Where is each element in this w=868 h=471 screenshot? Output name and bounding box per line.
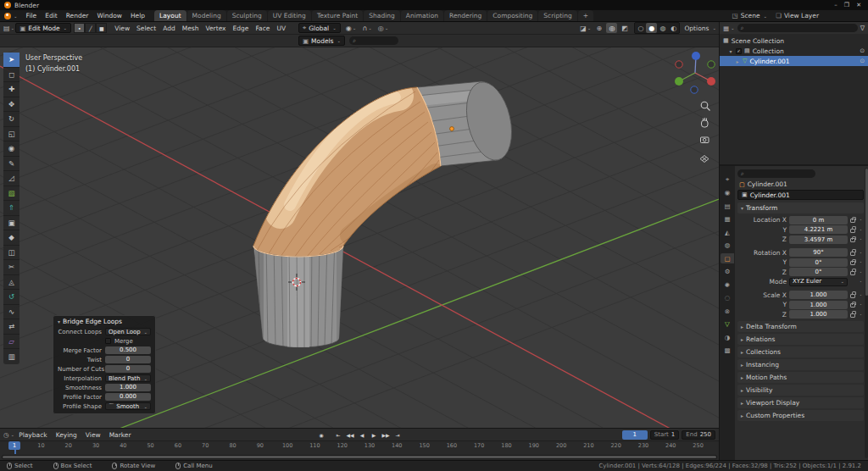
menu-render[interactable]: Render bbox=[62, 12, 93, 19]
tab-texture[interactable]: ▩ bbox=[721, 346, 734, 356]
lock-icon[interactable] bbox=[850, 252, 855, 256]
location-y-field[interactable]: 4.2221 m bbox=[789, 225, 848, 234]
asset-search-input[interactable]: ⌕ bbox=[349, 36, 398, 45]
ws-sculpting[interactable]: Sculpting bbox=[227, 10, 267, 21]
tab-object[interactable]: ▢ bbox=[721, 253, 734, 263]
rotation-y-field[interactable]: 0° bbox=[789, 258, 848, 267]
merge-checkbox[interactable] bbox=[105, 338, 111, 344]
properties-section[interactable]: ▸ Instancing bbox=[737, 359, 864, 370]
vp-menu-view[interactable]: View bbox=[111, 25, 133, 32]
proportional-edit-toggle[interactable]: ◎ ⌄ bbox=[377, 23, 390, 33]
scene-selector[interactable]: ◳ Scene ⌄ bbox=[732, 12, 768, 19]
tool-shear[interactable]: ▱ bbox=[3, 335, 19, 350]
mesh-cylinder-object[interactable] bbox=[253, 78, 519, 349]
tab-modifiers[interactable]: ⚙ bbox=[721, 267, 734, 277]
tab-render[interactable]: ◉ bbox=[721, 188, 734, 198]
connect-loops-dropdown[interactable]: Open Loop⌄ bbox=[105, 328, 151, 335]
tool-measure[interactable]: ◿ bbox=[3, 171, 19, 186]
properties-section[interactable]: ▸ Viewport Display bbox=[737, 397, 864, 408]
ws-modeling[interactable]: Modeling bbox=[187, 10, 226, 21]
prev-keyframe-button[interactable]: ◀◀ bbox=[345, 429, 355, 440]
menu-edit[interactable]: Edit bbox=[41, 12, 62, 19]
expander-icon[interactable]: ▾ bbox=[728, 48, 733, 54]
playhead-badge[interactable]: 1 bbox=[8, 441, 20, 450]
auto-keying-toggle[interactable]: ◉ bbox=[316, 429, 326, 440]
outliner-search-input[interactable]: ⌕ bbox=[737, 24, 858, 32]
animate-dot[interactable]: · bbox=[858, 269, 864, 276]
tool-scale[interactable]: ◱ bbox=[3, 127, 19, 142]
outliner-editor-selector[interactable]: ▦ ⌄ bbox=[723, 25, 735, 32]
smoothness-field[interactable]: 1.000 bbox=[105, 384, 151, 391]
lock-icon[interactable] bbox=[850, 261, 855, 265]
properties-section[interactable]: ▸ Motion Paths bbox=[737, 372, 864, 383]
tool-poly-build[interactable]: ◬ bbox=[3, 275, 19, 291]
tl-menu-playback[interactable]: Playback bbox=[14, 431, 51, 439]
tl-menu-keying[interactable]: Keying bbox=[52, 431, 81, 439]
profile-factor-field[interactable]: 0.000 bbox=[105, 393, 151, 401]
ws-shading[interactable]: Shading bbox=[364, 10, 399, 21]
shading-material-button[interactable]: ◍ bbox=[657, 23, 668, 33]
properties-section[interactable]: ▸ Custom Properties bbox=[737, 410, 864, 421]
profile-shape-dropdown[interactable]: ⌒ Smooth ⌄ bbox=[105, 402, 151, 410]
vp-menu-select[interactable]: Select bbox=[133, 25, 159, 32]
vertex-select-button[interactable]: • bbox=[74, 23, 85, 33]
play-button[interactable]: ▶ bbox=[369, 429, 379, 440]
face-select-button[interactable]: ■ bbox=[96, 23, 107, 33]
tool-inset-faces[interactable]: ▣ bbox=[3, 216, 19, 231]
timeline-editor-selector[interactable]: ◷ ⌄ bbox=[3, 431, 14, 439]
tab-constraints[interactable]: ⊗ bbox=[721, 306, 734, 316]
properties-section[interactable]: ▸ Collections bbox=[737, 346, 864, 357]
timeline-ruler[interactable]: 0102030405060708090100110120130140150160… bbox=[0, 441, 719, 460]
tool-loop-cut[interactable]: ◫ bbox=[3, 246, 19, 261]
mode-dropdown[interactable]: ▣ Edit Mode ⌄ bbox=[15, 23, 71, 33]
lock-icon[interactable] bbox=[850, 313, 855, 318]
animate-dot[interactable]: · bbox=[858, 226, 864, 234]
tool-tweak[interactable]: ➤ bbox=[3, 53, 19, 68]
animate-dot[interactable]: · bbox=[858, 301, 864, 308]
transform-panel-header[interactable]: ▾ Transform bbox=[737, 202, 864, 213]
interpolation-dropdown[interactable]: Blend Path⌄ bbox=[105, 374, 151, 382]
lock-icon[interactable] bbox=[850, 271, 855, 275]
rotation-x-field[interactable]: 90° bbox=[789, 248, 848, 257]
tool-add-cube[interactable]: ▧ bbox=[3, 186, 19, 202]
animate-dot[interactable]: · bbox=[858, 236, 864, 243]
merge-factor-field[interactable]: 0.500 bbox=[105, 346, 151, 354]
show-overlays-toggle[interactable]: ◎ bbox=[606, 23, 617, 33]
tab-scene[interactable]: ◭ bbox=[721, 227, 734, 237]
rotation-mode-dropdown[interactable]: XYZ Euler⌄ bbox=[789, 278, 848, 286]
ws-texture-paint[interactable]: Texture Paint bbox=[312, 10, 363, 21]
tool-transform[interactable]: ◉ bbox=[3, 141, 19, 157]
ws-uv-editing[interactable]: UV Editing bbox=[268, 10, 311, 21]
tab-physics[interactable]: ◌ bbox=[721, 293, 734, 303]
tab-tool[interactable]: ⌖ bbox=[721, 175, 734, 185]
vp-menu-edge[interactable]: Edge bbox=[230, 25, 253, 32]
animate-dot[interactable]: · bbox=[858, 258, 864, 266]
current-frame-field[interactable]: 1 bbox=[622, 430, 648, 440]
properties-section[interactable]: ▸ Visibility bbox=[737, 385, 864, 396]
properties-scrollbar[interactable] bbox=[865, 168, 868, 458]
next-keyframe-button[interactable]: ▶▶ bbox=[381, 429, 391, 440]
collection-checkbox[interactable]: ✓ bbox=[736, 48, 742, 54]
tool-smooth[interactable]: ∿ bbox=[3, 305, 19, 320]
pan-view-button[interactable] bbox=[702, 118, 709, 127]
tool-select-box[interactable]: ◻ bbox=[3, 68, 19, 83]
tool-rotate[interactable]: ↻ bbox=[3, 112, 19, 127]
frame-start-field[interactable]: Start1 bbox=[650, 430, 680, 440]
viewport-canvas[interactable]: User Perspective (1) Cylinder.001 ➤ ◻ ✚ … bbox=[0, 47, 719, 428]
animate-dot[interactable]: · bbox=[858, 311, 864, 319]
ws-animation[interactable]: Animation bbox=[401, 10, 443, 21]
tl-menu-view[interactable]: View bbox=[81, 431, 105, 439]
transform-orientation-dropdown[interactable]: ⌖ Global ⌄ bbox=[298, 23, 341, 33]
outliner-row-cylinder[interactable]: ▸ ▽ Cylinder.001 ⊙ bbox=[720, 56, 868, 66]
jump-to-start-button[interactable]: ⇤ bbox=[333, 429, 343, 440]
properties-search-input[interactable]: ⌕ bbox=[737, 169, 815, 178]
tool-annotate[interactable]: ✎ bbox=[3, 157, 19, 172]
ws-layout[interactable]: Layout bbox=[154, 10, 186, 21]
frame-end-field[interactable]: End250 bbox=[682, 430, 715, 440]
tool-move[interactable]: ✥ bbox=[3, 97, 19, 113]
navigation-gizmo[interactable] bbox=[675, 52, 715, 93]
tool-rip-region[interactable]: ▥ bbox=[3, 349, 19, 364]
scale-z-field[interactable]: 1.000 bbox=[789, 310, 848, 319]
blender-menu-button[interactable]: ⌄ bbox=[0, 13, 22, 19]
location-z-field[interactable]: 3.4597 m bbox=[789, 236, 848, 244]
